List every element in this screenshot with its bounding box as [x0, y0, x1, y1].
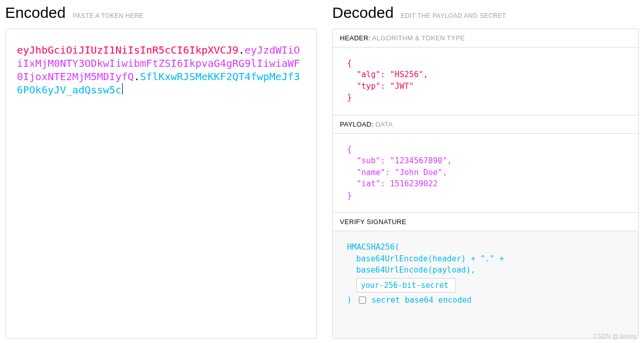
header-label: HEADER: [340, 34, 371, 42]
token-header-segment: eyJhbGciOiJIUzI1NiIsInR5cCI6IkpXVCJ9 [17, 44, 238, 56]
signature-section-label: VERIFY SIGNATURE [333, 213, 638, 231]
watermark: CSDN @Jenrey [593, 333, 637, 340]
encoded-title-row: Encoded PASTE A TOKEN HERE [5, 4, 317, 29]
decoded-title: Decoded [332, 4, 394, 21]
token-dot: . [134, 70, 140, 83]
encoded-title: Encoded [5, 4, 65, 21]
sig-line-1: base64UrlEncode(header) + "." + [347, 253, 628, 264]
header-json-editor[interactable]: { "alg": "HS256", "typ": "JWT" } [333, 47, 638, 115]
sig-secret-row [347, 276, 628, 295]
sig-close-paren: ) [347, 296, 357, 305]
payload-json-editor[interactable]: { "sub": "1234567890", "name": "John Doe… [333, 134, 638, 213]
payload-label: PAYLOAD: [340, 120, 374, 128]
payload-section-label: PAYLOAD: DATA [333, 115, 638, 134]
decoded-column: Decoded EDIT THE PAYLOAD AND SECRET HEAD… [332, 4, 639, 339]
header-sublabel: ALGORITHM & TOKEN TYPE [372, 34, 465, 42]
signature-label: VERIFY SIGNATURE [340, 218, 406, 226]
sig-line-2: base64UrlEncode(payload), [347, 264, 628, 276]
encoded-token-input[interactable]: eyJhbGciOiJIUzI1NiIsInR5cCI6IkpXVCJ9.eyJ… [5, 29, 317, 339]
decoded-hint: EDIT THE PAYLOAD AND SECRET [401, 12, 506, 19]
payload-sublabel: DATA [375, 120, 393, 128]
base64-checkbox[interactable] [359, 297, 366, 304]
encoded-column: Encoded PASTE A TOKEN HERE eyJhbGciOiJIU… [5, 4, 317, 339]
sig-algo-line: HMACSHA256( [347, 241, 628, 253]
signature-block: HMACSHA256(base64UrlEncode(header) + "."… [333, 231, 638, 338]
page-root: Encoded PASTE A TOKEN HERE eyJhbGciOiJIU… [0, 0, 644, 343]
decoded-panel: HEADER: ALGORITHM & TOKEN TYPE { "alg": … [332, 29, 639, 339]
secret-input[interactable] [356, 278, 456, 292]
sig-close-row: ) secret base64 encoded [347, 295, 628, 306]
base64-checkbox-label: secret base64 encoded [372, 295, 472, 306]
token-dot: . [238, 44, 244, 56]
encoded-hint: PASTE A TOKEN HERE [73, 12, 143, 19]
text-cursor [122, 83, 123, 94]
header-section-label: HEADER: ALGORITHM & TOKEN TYPE [333, 29, 638, 47]
base64-checkbox-row: secret base64 encoded [357, 295, 472, 306]
decoded-title-row: Decoded EDIT THE PAYLOAD AND SECRET [332, 4, 639, 29]
